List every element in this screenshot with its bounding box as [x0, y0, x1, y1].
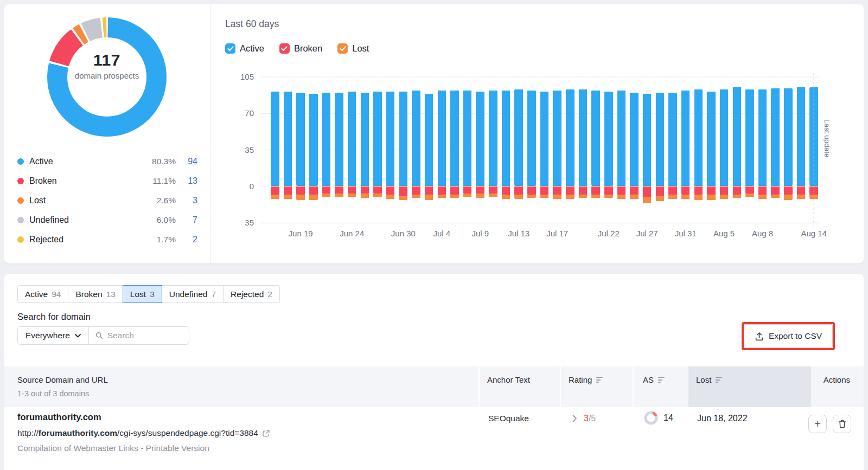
bar-lost-segment: [438, 195, 446, 198]
legend-label: Lost: [29, 196, 46, 205]
legend-percentage: 2.6%: [157, 196, 176, 205]
bar-lost-segment: [733, 195, 742, 198]
tab-label: Active: [25, 289, 48, 299]
external-link-icon[interactable]: [262, 429, 270, 437]
bar-broken-segment: [553, 186, 561, 195]
bar-active-segment: [630, 93, 639, 186]
export-to-csv-button[interactable]: Export to CSV: [744, 324, 833, 348]
chevron-right-icon[interactable]: [572, 415, 577, 422]
bar-broken-segment: [527, 186, 536, 195]
legend-count-link[interactable]: 2: [176, 235, 197, 244]
x-axis-tick-label: Aug 5: [713, 229, 735, 238]
tab-count: 7: [211, 289, 216, 299]
bar-active-segment: [566, 89, 575, 186]
rating-cell: 3/5: [572, 414, 596, 423]
legend-count-link[interactable]: 3: [176, 196, 197, 205]
bar-lost-segment: [591, 195, 600, 198]
sort-icon[interactable]: [658, 377, 665, 383]
authority-score-value: 14: [663, 413, 673, 423]
column-header-lost[interactable]: Lost: [696, 375, 722, 384]
total-prospects-value: 117: [69, 51, 145, 69]
bar-lost-segment: [296, 195, 305, 200]
delete-button[interactable]: [833, 415, 851, 433]
filter-checkbox-broken[interactable]: Broken: [279, 43, 322, 54]
rating-value: 3: [584, 414, 589, 423]
legend-count-link[interactable]: 94: [176, 157, 197, 166]
page-title-description: Compilation of Webmaster Links - Printab…: [17, 443, 209, 453]
filter-checkbox-lost[interactable]: Lost: [337, 43, 369, 54]
filter-label: Broken: [294, 43, 322, 54]
checkbox-checked-icon[interactable]: [337, 43, 348, 54]
export-button-label: Export to CSV: [769, 331, 822, 341]
bar-broken-segment: [771, 186, 780, 195]
bar-broken-segment: [720, 186, 729, 195]
bar-broken-segment: [296, 186, 305, 195]
bar-broken-segment: [694, 186, 703, 195]
tab-active[interactable]: Active 94: [17, 285, 68, 303]
bar-broken-segment: [348, 186, 356, 194]
y-axis-tick-label: 70: [245, 108, 254, 118]
tab-undefined[interactable]: Undefined 7: [162, 285, 224, 303]
bar-broken-segment: [271, 186, 279, 195]
search-input[interactable]: [107, 331, 182, 340]
bar-lost-segment: [745, 194, 754, 197]
x-axis-tick-label: Jul 4: [433, 229, 450, 238]
bar-lost-segment: [797, 195, 806, 199]
column-header-rating[interactable]: Rating: [569, 375, 603, 384]
bar-lost-segment: [271, 195, 279, 199]
tab-rejected[interactable]: Rejected 2: [223, 285, 280, 303]
bar-broken-segment: [643, 186, 652, 197]
donut-legend: Active 80.3% 94 Broken 11.1% 13 Lost 2.6…: [17, 152, 197, 249]
bar-active-segment: [604, 92, 613, 186]
bar-active-segment: [553, 91, 561, 186]
export-highlight-annotation: Export to CSV: [742, 322, 835, 350]
legend-percentage: 6.0%: [157, 215, 176, 225]
tab-lost[interactable]: Lost 3: [123, 285, 162, 303]
column-header-label: AS: [643, 375, 654, 384]
search-scope-select[interactable]: Everywhere: [18, 327, 89, 344]
bar-active-segment: [425, 94, 433, 186]
y-axis-tick-label: 105: [240, 72, 254, 81]
checkbox-checked-icon[interactable]: [225, 43, 235, 54]
authority-score-cell: 14: [643, 410, 673, 426]
filter-checkbox-active[interactable]: Active: [225, 43, 264, 54]
bar-active-segment: [284, 92, 292, 186]
bar-broken-segment: [656, 186, 665, 196]
source-domain: forumauthority.com: [17, 412, 101, 422]
overview-card: 117 domain prospects Active 80.3% 94 Bro…: [4, 4, 864, 263]
bar-lost-segment: [656, 196, 665, 201]
add-button[interactable]: +: [808, 415, 827, 433]
bar-active-segment: [527, 91, 536, 186]
tab-broken[interactable]: Broken 13: [68, 285, 123, 303]
bar-active-segment: [322, 93, 331, 186]
tab-label: Broken: [75, 289, 102, 299]
bar-broken-segment: [540, 186, 549, 195]
total-prospects-label: domain prospects: [69, 70, 145, 81]
bar-lost-segment: [707, 195, 716, 200]
legend-label: Rejected: [29, 235, 63, 244]
chart-title: Last 60 days: [225, 18, 279, 30]
sort-icon[interactable]: [716, 377, 722, 383]
trash-icon: [838, 420, 846, 428]
bar-active-segment: [771, 88, 780, 186]
bar-broken-segment: [476, 186, 484, 194]
bar-lost-segment: [681, 195, 690, 199]
bar-active-segment: [399, 92, 408, 186]
legend-percentage: 1.7%: [157, 235, 176, 244]
bar-broken-segment: [450, 186, 459, 195]
bar-broken-segment: [386, 186, 395, 195]
column-header-as[interactable]: AS: [643, 375, 665, 384]
bar-broken-segment: [745, 186, 754, 194]
chevron-down-icon: [75, 334, 81, 338]
active-color-dot: [17, 158, 24, 165]
legend-count-link[interactable]: 7: [176, 215, 197, 225]
sort-icon[interactable]: [596, 377, 603, 383]
search-section-label: Search for domain: [17, 312, 91, 322]
legend-count-link[interactable]: 13: [176, 176, 197, 186]
tab-count: 3: [150, 289, 155, 299]
checkbox-checked-icon[interactable]: [279, 43, 290, 54]
bar-broken-segment: [591, 186, 600, 195]
bar-lost-segment: [386, 195, 395, 199]
bar-broken-segment: [284, 186, 292, 195]
bar-lost-segment: [540, 195, 549, 198]
